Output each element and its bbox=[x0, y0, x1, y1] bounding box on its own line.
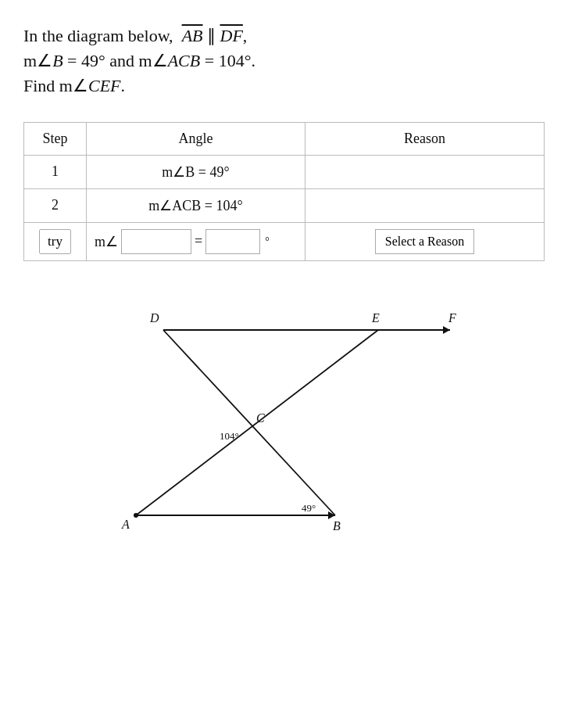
problem-line2: m∠B = 49° and m∠ACB = 104°. bbox=[23, 51, 255, 70]
m-angle-prefix: m∠ bbox=[95, 233, 118, 250]
label-b: B bbox=[333, 519, 341, 533]
proof-table: Step Angle Reason 1 m∠B = 49° 2 m∠ACB = … bbox=[23, 122, 545, 261]
step-1: 1 bbox=[24, 155, 87, 188]
label-d: D bbox=[149, 311, 159, 325]
select-reason-button[interactable]: Select a Reason bbox=[375, 229, 474, 254]
value-input[interactable] bbox=[205, 229, 260, 254]
point-a bbox=[134, 513, 138, 518]
angle-104-label: 104° bbox=[220, 430, 239, 442]
page: In the diagram below, AB ∥ DF, m∠B = 49°… bbox=[0, 0, 568, 728]
label-c: C bbox=[256, 411, 265, 425]
diagram-container: D E F A B C 104° 49° bbox=[23, 285, 545, 535]
try-cell: try bbox=[24, 222, 87, 260]
arrow-f bbox=[443, 326, 450, 334]
col-header-step: Step bbox=[24, 122, 87, 155]
angle-49-label: 49° bbox=[302, 502, 316, 514]
df-label: DF bbox=[220, 26, 243, 45]
ab-label: AB bbox=[182, 26, 203, 45]
arrow-b bbox=[328, 511, 335, 519]
line-db bbox=[163, 330, 335, 515]
try-reason-cell: Select a Reason bbox=[305, 222, 545, 260]
reason-1 bbox=[305, 155, 545, 188]
table-row: 1 m∠B = 49° bbox=[24, 155, 545, 188]
degree-symbol: ° bbox=[265, 235, 270, 248]
problem-line3: Find m∠CEF. bbox=[23, 76, 125, 95]
problem-statement: In the diagram below, AB ∥ DF, m∠B = 49°… bbox=[23, 23, 545, 99]
try-button[interactable]: try bbox=[39, 229, 71, 254]
label-a: A bbox=[121, 518, 130, 531]
equals-sign: = bbox=[195, 233, 202, 249]
angle-input[interactable] bbox=[121, 229, 191, 254]
col-header-reason: Reason bbox=[305, 122, 545, 155]
try-angle-cell: m∠ = ° bbox=[87, 222, 305, 260]
geometry-diagram: D E F A B C 104° 49° bbox=[89, 285, 480, 535]
label-e: E bbox=[371, 311, 380, 325]
label-f: F bbox=[448, 311, 456, 325]
angle-1: m∠B = 49° bbox=[87, 155, 305, 188]
angle-2: m∠ACB = 104° bbox=[87, 188, 305, 222]
table-row: 2 m∠ACB = 104° bbox=[24, 188, 545, 222]
step-2: 2 bbox=[24, 188, 87, 222]
try-row: try m∠ = ° Select a Reason bbox=[24, 222, 545, 260]
col-header-angle: Angle bbox=[87, 122, 305, 155]
try-row-content: m∠ = ° bbox=[95, 229, 297, 254]
reason-2 bbox=[305, 188, 545, 222]
problem-line1: In the diagram below, AB ∥ DF, bbox=[23, 26, 247, 45]
